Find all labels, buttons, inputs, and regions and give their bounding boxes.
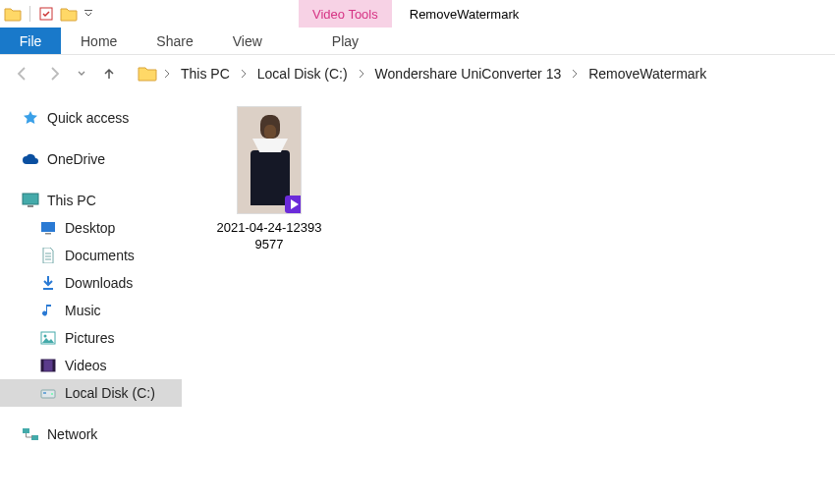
contextual-tab-video-tools[interactable]: Video Tools bbox=[299, 0, 392, 28]
file-name: 2021-04-24-12393 9577 bbox=[217, 220, 322, 253]
sidebar-item-label: Desktop bbox=[65, 220, 115, 236]
chevron-right-icon[interactable] bbox=[161, 69, 173, 79]
sidebar-item-music[interactable]: Music bbox=[0, 297, 182, 324]
navigation-pane: Quick access OneDrive This PC bbox=[0, 92, 182, 504]
monitor-icon bbox=[22, 192, 39, 209]
nav-back-icon[interactable] bbox=[12, 63, 33, 84]
downloads-icon bbox=[39, 274, 57, 292]
explorer-body: Quick access OneDrive This PC bbox=[0, 92, 835, 504]
sidebar-item-label: Music bbox=[65, 303, 101, 318]
sidebar-item-this-pc[interactable]: This PC bbox=[0, 187, 182, 214]
ribbon: File Home Share View Play bbox=[0, 28, 835, 55]
svg-rect-16 bbox=[31, 435, 38, 440]
sidebar-item-label: Quick access bbox=[47, 110, 129, 126]
ribbon-tab-home[interactable]: Home bbox=[61, 28, 137, 54]
svg-rect-6 bbox=[43, 288, 53, 290]
sidebar-item-local-disk[interactable]: Local Disk (C:) bbox=[0, 379, 182, 407]
sidebar-item-desktop[interactable]: Desktop bbox=[0, 214, 182, 242]
network-icon bbox=[22, 425, 39, 443]
ribbon-tab-play[interactable]: Play bbox=[308, 28, 382, 54]
content-pane[interactable]: 2021-04-24-12393 9577 bbox=[182, 92, 835, 504]
sidebar-item-quick-access[interactable]: Quick access bbox=[0, 104, 182, 132]
disk-icon bbox=[39, 384, 57, 402]
sidebar-item-videos[interactable]: Videos bbox=[0, 352, 182, 379]
svg-point-8 bbox=[44, 335, 47, 338]
sidebar-item-label: Documents bbox=[65, 248, 135, 263]
svg-rect-5 bbox=[45, 233, 51, 235]
folder-icon bbox=[138, 65, 157, 83]
sidebar-item-downloads[interactable]: Downloads bbox=[0, 269, 182, 297]
sidebar-item-label: Pictures bbox=[65, 330, 115, 346]
file-item[interactable]: 2021-04-24-12393 9577 bbox=[205, 106, 333, 253]
video-app-badge-icon bbox=[283, 194, 302, 214]
pictures-icon bbox=[39, 329, 57, 347]
svg-rect-15 bbox=[23, 428, 29, 433]
svg-rect-13 bbox=[43, 392, 46, 394]
documents-icon bbox=[39, 247, 57, 264]
sidebar-item-documents[interactable]: Documents bbox=[0, 242, 182, 269]
address-bar[interactable]: This PC Local Disk (C:) Wondershare UniC… bbox=[138, 64, 710, 84]
properties-icon[interactable] bbox=[38, 6, 54, 22]
svg-rect-11 bbox=[53, 360, 56, 371]
sidebar-item-label: OneDrive bbox=[47, 151, 105, 167]
ribbon-tab-view[interactable]: View bbox=[213, 28, 282, 54]
sidebar-item-network[interactable]: Network bbox=[0, 420, 182, 448]
svg-rect-1 bbox=[84, 10, 92, 11]
video-thumbnail bbox=[237, 106, 302, 214]
svg-rect-2 bbox=[23, 194, 38, 204]
nav-forward-icon[interactable] bbox=[43, 63, 65, 84]
chevron-right-icon[interactable] bbox=[238, 69, 250, 79]
star-icon bbox=[22, 109, 39, 127]
new-folder-icon[interactable] bbox=[60, 6, 78, 22]
sidebar-item-pictures[interactable]: Pictures bbox=[0, 324, 182, 352]
nav-recent-icon[interactable] bbox=[75, 63, 88, 84]
sidebar-item-label: Network bbox=[47, 426, 97, 442]
svg-rect-10 bbox=[41, 360, 44, 371]
cloud-icon bbox=[22, 150, 39, 168]
separator bbox=[29, 6, 30, 22]
sidebar-item-label: Downloads bbox=[65, 275, 133, 291]
folder-icon[interactable] bbox=[4, 6, 22, 22]
music-icon bbox=[39, 302, 57, 319]
breadcrumb-local-disk[interactable]: Local Disk (C:) bbox=[253, 64, 352, 84]
breadcrumb-removewatermark[interactable]: RemoveWatermark bbox=[584, 64, 710, 84]
titlebar: Video Tools RemoveWatermark bbox=[0, 0, 835, 28]
sidebar-item-onedrive[interactable]: OneDrive bbox=[0, 145, 182, 173]
breadcrumb-this-pc[interactable]: This PC bbox=[177, 64, 234, 84]
quick-access-toolbar bbox=[0, 0, 97, 28]
sidebar-item-label: Videos bbox=[65, 358, 107, 373]
svg-rect-3 bbox=[28, 205, 33, 207]
ribbon-tab-file[interactable]: File bbox=[0, 28, 61, 54]
navigation-bar: This PC Local Disk (C:) Wondershare UniC… bbox=[0, 55, 835, 92]
window-title: RemoveWatermark bbox=[392, 0, 519, 28]
videos-icon bbox=[39, 357, 57, 374]
sidebar-item-label: This PC bbox=[47, 193, 96, 208]
chevron-right-icon[interactable] bbox=[356, 69, 367, 79]
ribbon-tab-share[interactable]: Share bbox=[137, 28, 212, 54]
svg-rect-4 bbox=[41, 222, 55, 232]
nav-up-icon[interactable] bbox=[98, 63, 120, 84]
qat-customize-icon[interactable] bbox=[84, 9, 93, 19]
desktop-icon bbox=[39, 219, 57, 237]
breadcrumb-wondershare[interactable]: Wondershare UniConverter 13 bbox=[371, 64, 566, 84]
sidebar-item-label: Local Disk (C:) bbox=[65, 385, 155, 401]
chevron-right-icon[interactable] bbox=[569, 69, 581, 79]
svg-point-14 bbox=[51, 393, 53, 395]
